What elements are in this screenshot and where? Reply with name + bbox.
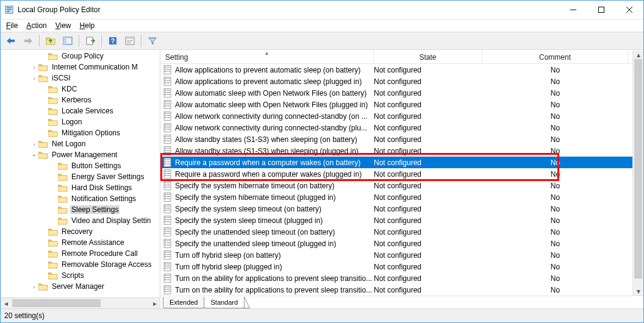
- list-row[interactable]: Allow standby states (S1-S3) when sleepi…: [160, 145, 632, 157]
- window-title: Local Group Policy Editor: [18, 5, 559, 14]
- list-row[interactable]: Allow automatic sleep with Open Network …: [160, 87, 632, 99]
- tab-standard[interactable]: Standard: [204, 297, 245, 308]
- tree-item[interactable]: ›Remote Procedure Call: [1, 248, 160, 259]
- scroll-right-icon[interactable]: ▸: [149, 298, 160, 308]
- setting-name: Allow automatic sleep with Open Network …: [175, 89, 367, 98]
- up-button[interactable]: [43, 34, 59, 48]
- list-row[interactable]: Specify the system sleep timeout (plugge…: [160, 215, 632, 226]
- list-row[interactable]: Require a password when a computer wakes…: [160, 157, 632, 168]
- list-row[interactable]: Specify the unattended sleep timeout (pl…: [160, 238, 632, 249]
- chevron-down-icon[interactable]: ⌄: [30, 151, 38, 157]
- chevron-right-icon[interactable]: ›: [30, 75, 38, 82]
- tree-item[interactable]: ›iSCSI: [1, 73, 160, 83]
- list-row[interactable]: Allow standby states (S1-S3) when sleepi…: [160, 133, 632, 145]
- folder-icon: [58, 194, 68, 203]
- maximize-button[interactable]: [587, 1, 615, 19]
- scroll-down-icon[interactable]: ▾: [633, 287, 643, 296]
- chevron-right-icon[interactable]: ›: [30, 64, 38, 71]
- list-vertical-scrollbar[interactable]: ▴ ▾: [632, 51, 643, 296]
- list-row[interactable]: Specify the system sleep timeout (on bat…: [160, 203, 632, 215]
- tree-item[interactable]: ›KDC: [1, 83, 160, 94]
- tree-item[interactable]: ›Energy Saver Settings: [1, 171, 160, 182]
- tree-item[interactable]: ›Logon: [1, 116, 160, 127]
- scroll-left-icon[interactable]: ◂: [1, 298, 11, 308]
- tree-item[interactable]: ›Sleep Settings: [1, 204, 160, 215]
- folder-icon: [48, 260, 58, 269]
- state-value: Not configured: [374, 286, 482, 294]
- tree-horizontal-scrollbar[interactable]: ◂ ▸: [1, 297, 160, 308]
- column-header-comment[interactable]: Comment: [482, 51, 628, 63]
- comment-value: No: [482, 112, 628, 121]
- chevron-right-icon[interactable]: ›: [30, 141, 38, 147]
- setting-name: Specify the system hibernate timeout (on…: [175, 182, 334, 190]
- tab-extended[interactable]: Extended: [163, 297, 204, 308]
- list-pane: Setting▲ State Comment Allow application…: [160, 51, 643, 308]
- tree-item[interactable]: ›Remote Assistance: [1, 237, 160, 248]
- tree-item[interactable]: ›Kerberos: [1, 94, 160, 105]
- tree-item[interactable]: ›Server Manager: [1, 281, 160, 292]
- minimize-button[interactable]: [559, 1, 587, 19]
- menu-file[interactable]: File: [3, 21, 22, 30]
- scroll-thumb[interactable]: [634, 59, 642, 279]
- list-row[interactable]: Turn on the ability for applications to …: [160, 284, 632, 296]
- menu-action[interactable]: Action: [23, 21, 51, 30]
- tree-item[interactable]: ›Internet Communication M: [1, 62, 160, 73]
- tree-item[interactable]: ›Group Policy: [1, 51, 160, 62]
- setting-name: Allow standby states (S1-S3) when sleepi…: [175, 135, 357, 144]
- tree-item[interactable]: ›Video and Display Settin: [1, 215, 160, 226]
- show-hide-tree-button[interactable]: [60, 34, 76, 48]
- help-button[interactable]: ?: [105, 34, 121, 48]
- policy-icon: [163, 88, 173, 98]
- detail-tabs: Extended Standard: [160, 296, 643, 308]
- folder-icon: [38, 140, 48, 148]
- list-row[interactable]: Turn off hybrid sleep (plugged in)Not co…: [160, 261, 632, 272]
- list-row[interactable]: Specify the system hibernate timeout (on…: [160, 180, 632, 191]
- setting-name: Specify the system hibernate timeout (pl…: [175, 193, 335, 202]
- folder-icon: [48, 271, 58, 280]
- forward-button[interactable]: [20, 34, 36, 48]
- properties-button[interactable]: [122, 34, 138, 48]
- list-row[interactable]: Allow network connectivity during connec…: [160, 122, 632, 133]
- tree-item[interactable]: ›Notification Settings: [1, 193, 160, 204]
- back-button[interactable]: [3, 34, 19, 48]
- tree-item[interactable]: ›Removable Storage Access: [1, 259, 160, 270]
- scroll-up-icon[interactable]: ▴: [633, 51, 643, 59]
- column-header-setting[interactable]: Setting▲: [160, 51, 374, 63]
- tree-item-label: Energy Saver Settings: [70, 172, 145, 181]
- tree-item[interactable]: ›Scripts: [1, 270, 160, 281]
- comment-value: No: [482, 158, 628, 167]
- menu-help[interactable]: Help: [77, 21, 99, 30]
- tree-item[interactable]: ›Hard Disk Settings: [1, 182, 160, 193]
- setting-name: Turn off hybrid sleep (on battery): [175, 251, 281, 260]
- list-row[interactable]: Require a password when a computer wakes…: [160, 168, 632, 180]
- list-row[interactable]: Turn on the ability for applications to …: [160, 272, 632, 284]
- tree-item[interactable]: ›Mitigation Options: [1, 127, 160, 138]
- state-value: Not configured: [374, 251, 482, 260]
- sort-ascending-icon: ▲: [264, 51, 270, 56]
- filter-button[interactable]: [145, 34, 160, 48]
- list-row[interactable]: Allow network connectivity during connec…: [160, 110, 632, 122]
- list-row[interactable]: Specify the unattended sleep timeout (on…: [160, 226, 632, 238]
- list-row[interactable]: Turn off hybrid sleep (on battery)Not co…: [160, 249, 632, 261]
- list-row[interactable]: Allow applications to prevent automatic …: [160, 64, 632, 76]
- tree-item[interactable]: ›Button Settings: [1, 160, 160, 171]
- tree-item[interactable]: ›Recovery: [1, 226, 160, 237]
- tree-item[interactable]: ›Net Logon: [1, 138, 160, 149]
- close-button[interactable]: [615, 1, 643, 19]
- column-header-state[interactable]: State: [374, 51, 482, 63]
- comment-value: No: [482, 170, 628, 179]
- tree-item-label: Mitigation Options: [60, 129, 121, 137]
- scroll-thumb[interactable]: [12, 299, 101, 307]
- tree-item[interactable]: ›Locale Services: [1, 105, 160, 116]
- list-row[interactable]: Specify the system hibernate timeout (pl…: [160, 191, 632, 203]
- menu-view[interactable]: View: [52, 21, 76, 30]
- comment-value: No: [482, 205, 628, 213]
- tree-item[interactable]: ⌄Power Management: [1, 149, 160, 160]
- tree-item-label: Kerberos: [60, 96, 93, 104]
- chevron-right-icon[interactable]: ›: [30, 283, 38, 290]
- export-button[interactable]: [82, 34, 98, 48]
- tree-item-label: Button Settings: [70, 162, 122, 170]
- list-row[interactable]: Allow automatic sleep with Open Network …: [160, 99, 632, 110]
- policy-icon: [163, 285, 173, 295]
- list-row[interactable]: Allow applications to prevent automatic …: [160, 76, 632, 87]
